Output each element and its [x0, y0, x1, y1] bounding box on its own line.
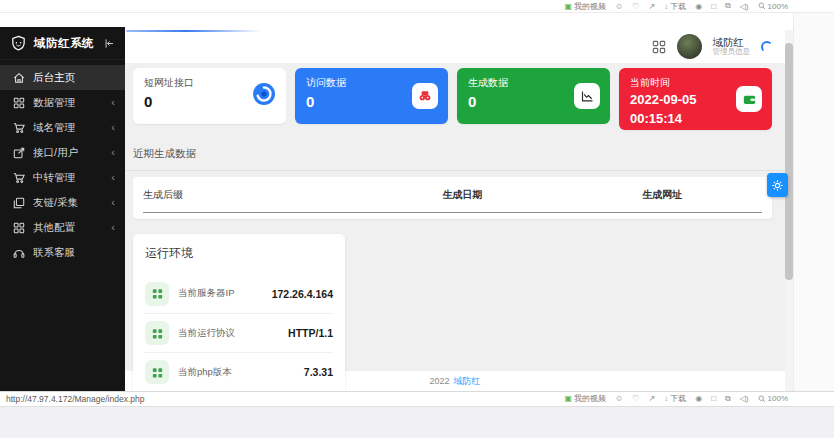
copy-icon[interactable]: ⧉ [725, 1, 731, 11]
chevron-left-icon: ‹ [111, 172, 115, 183]
user-avatar[interactable] [677, 34, 702, 59]
stat-card-current-time: 当前时间 2022-09-05 00:15:14 [619, 68, 772, 130]
heart-icon[interactable]: ♡ [632, 394, 639, 403]
browser-empty-area [793, 13, 834, 391]
col-url: 生成网址 [562, 188, 762, 202]
send-icon[interactable]: ↗ [648, 2, 655, 11]
sidebar-logo-row: 域防红系统 [0, 27, 125, 60]
env-value: 172.26.4.164 [272, 288, 333, 300]
speaker-icon[interactable]: ◁) [740, 2, 749, 11]
smiley-icon[interactable]: ☺ [615, 2, 623, 11]
send-icon[interactable]: ↗ [648, 394, 655, 403]
my-video-button[interactable]: ▣ 我的视频 [565, 1, 607, 12]
env-label: 当前运行协议 [178, 327, 235, 340]
env-label: 当前php版本 [178, 366, 232, 379]
shield-logo-icon [10, 35, 27, 52]
capture-toolbar-top: ▣ 我的视频 ☺ ♡ ↗ ↓ 下载 ◉ □ ⧉ ◁) 100% [0, 0, 834, 13]
zoom-level: 100% [768, 2, 788, 11]
sidebar-item-label: 数据管理 [33, 96, 75, 110]
recent-table-card: 生成后缀 生成日期 生成网址 [133, 177, 772, 219]
footer-brand-link[interactable]: 域防红 [454, 375, 481, 388]
download-label: 下载 [670, 393, 686, 404]
download-icon: ↓ [664, 394, 668, 403]
chevron-left-icon: ‹ [111, 222, 115, 233]
chevron-left-icon: ‹ [111, 197, 115, 208]
sidebar-item-other-config[interactable]: 其他配置 ‹ [0, 215, 125, 240]
sidebar-item-contact-support[interactable]: 联系客服 [0, 240, 125, 265]
green-grid-icon [145, 321, 169, 345]
main-content: 短网址接口 0 访问数据 0 生成数据 0 [125, 63, 785, 391]
sidebar-item-label: 友链/采集 [33, 196, 78, 210]
heart-icon[interactable]: ♡ [632, 2, 639, 11]
sidebar-menu: 后台主页 数据管理 ‹ 域名管理 ‹ 接口/用户 ‹ 中转管理 ‹ [0, 65, 125, 265]
copy-pages-icon [13, 197, 25, 209]
vertical-scrollbar[interactable] [785, 30, 793, 391]
gear-icon [771, 179, 784, 192]
download-button[interactable]: ↓ 下载 [664, 393, 686, 404]
green-grid-icon [145, 282, 169, 306]
chevron-left-icon: ‹ [111, 147, 115, 158]
external-box-icon [13, 147, 25, 159]
headset-icon [13, 247, 25, 259]
my-video-label: 我的视频 [574, 1, 606, 12]
sidebar-item-label: 其他配置 [33, 221, 75, 235]
recent-section-title: 近期生成数据 [133, 147, 772, 161]
window-icon[interactable]: □ [711, 2, 716, 11]
loading-progress-bar [126, 30, 261, 32]
sidebar: 域防红系统 后台主页 数据管理 ‹ 域名管理 ‹ 接口/用户 [0, 27, 125, 391]
sidebar-item-data-management[interactable]: 数据管理 ‹ [0, 90, 125, 115]
environment-card: 运行环境 当前服务器IP 172.26.4.164 当前运行协议 HTTP/1.… [133, 234, 345, 391]
section-divider [125, 170, 785, 171]
download-label: 下载 [670, 1, 686, 12]
env-row-protocol: 当前运行协议 HTTP/1.1 [145, 313, 333, 352]
download-icon: ↓ [664, 2, 668, 11]
env-value: HTTP/1.1 [288, 327, 333, 339]
window-icon[interactable]: □ [711, 394, 716, 403]
col-suffix: 生成后缀 [143, 188, 363, 202]
smiley-icon[interactable]: ☺ [615, 394, 623, 403]
env-value: 7.3.31 [304, 366, 333, 378]
stat-card-generate-data: 生成数据 0 [457, 68, 610, 124]
user-role: 管理员信息 [713, 48, 751, 57]
table-header-row: 生成后缀 生成日期 生成网址 [143, 177, 762, 212]
sidebar-item-transit-management[interactable]: 中转管理 ‹ [0, 165, 125, 190]
status-url: http://47.97.4.172/Manage/index.php [6, 394, 144, 404]
sidebar-item-domain-management[interactable]: 域名管理 ‹ [0, 115, 125, 140]
sidebar-item-dashboard[interactable]: 后台主页 [0, 65, 125, 90]
scrollbar-thumb[interactable] [785, 43, 793, 280]
video-frame-icon: ▣ [565, 2, 573, 11]
collapse-sidebar-icon[interactable] [104, 38, 115, 49]
line-chart-icon [574, 83, 600, 109]
home-icon [13, 72, 25, 84]
my-video-button[interactable]: ▣ 我的视频 [565, 393, 607, 404]
grid-icon [13, 97, 25, 109]
stat-card-visit-data: 访问数据 0 [295, 68, 448, 124]
table-header-underline [143, 212, 762, 213]
desktop-background [0, 406, 834, 438]
binoculars-icon [412, 83, 438, 109]
col-date: 生成日期 [363, 188, 563, 202]
copy-icon[interactable]: ⧉ [725, 394, 731, 404]
zoom-control[interactable]: 100% [758, 394, 788, 403]
download-button[interactable]: ↓ 下载 [664, 1, 686, 12]
sidebar-item-label: 接口/用户 [33, 146, 78, 160]
browser-status-bar: http://47.97.4.172/Manage/index.php ▣ 我的… [0, 391, 834, 405]
sidebar-item-label: 联系客服 [33, 246, 75, 260]
sidebar-item-links-collect[interactable]: 友链/采集 ‹ [0, 190, 125, 215]
chevron-left-icon: ‹ [111, 97, 115, 108]
browser-globe-icon [252, 82, 276, 110]
apps-grid-icon[interactable] [652, 40, 666, 54]
record-icon[interactable]: ◉ [695, 394, 702, 403]
zoom-control[interactable]: 100% [758, 2, 788, 11]
speaker-icon[interactable]: ◁) [740, 394, 749, 403]
theme-settings-button[interactable] [767, 173, 788, 197]
record-icon[interactable]: ◉ [695, 2, 702, 11]
current-time: 00:15:14 [630, 111, 761, 128]
sidebar-item-label: 中转管理 [33, 171, 75, 185]
magnifier-icon [758, 2, 766, 10]
env-label: 当前服务器IP [178, 287, 234, 300]
zoom-level: 100% [768, 394, 788, 403]
app-title: 域防红系统 [34, 36, 97, 51]
sidebar-item-api-users[interactable]: 接口/用户 ‹ [0, 140, 125, 165]
user-info[interactable]: 域防红 管理员信息 [713, 36, 751, 57]
